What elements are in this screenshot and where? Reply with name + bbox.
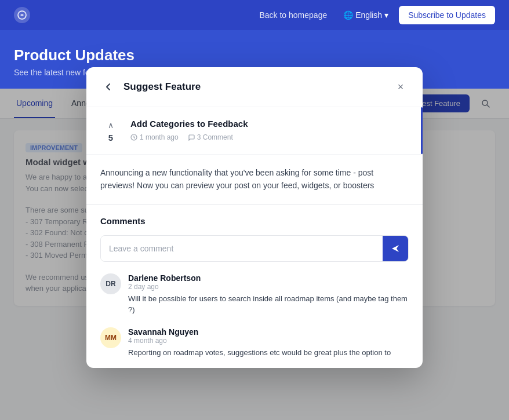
language-label: English [355, 10, 382, 20]
comment-send-button[interactable] [383, 236, 408, 261]
feature-description: Announcing a new functionality that you'… [86, 155, 423, 204]
feature-item: ∧ 5 Add Categories to Feedback 1 month a… [86, 107, 423, 155]
globe-icon: 🌐 [343, 10, 353, 20]
comments-section: Comments DR Darlene Robertson 2 da [86, 204, 423, 368]
feature-time: 1 month ago [130, 133, 179, 141]
comment-item: MM Savannah Nguyen 4 month ago Reporting… [100, 327, 409, 359]
feature-comment-label: 3 Comment [197, 133, 233, 141]
comment-author: Darlene Robertson [128, 273, 409, 283]
comment-item: DR Darlene Robertson 2 day ago Will it b… [100, 273, 409, 316]
feature-title: Add Categories to Feedback [130, 119, 409, 129]
avatar: MM [100, 327, 121, 348]
active-indicator [421, 107, 423, 154]
logo-icon[interactable] [14, 7, 30, 23]
vote-up-button[interactable]: ∧ [101, 119, 120, 132]
subscribe-button[interactable]: Subscribe to Updates [399, 6, 495, 24]
hero-title: Product Updates [14, 46, 495, 64]
comment-time: 2 day ago [128, 283, 409, 291]
feature-time-label: 1 month ago [140, 133, 179, 141]
modal-title: Suggest Feature [123, 81, 201, 93]
vote-box: ∧ 5 [100, 119, 121, 143]
comments-title: Comments [100, 216, 409, 226]
language-selector[interactable]: 🌐 English ▾ [337, 7, 394, 23]
comment-input-wrapper [100, 235, 409, 262]
comment-time: 4 month ago [128, 337, 409, 345]
chevron-down-icon: ▾ [384, 10, 388, 20]
comment-input[interactable] [101, 237, 383, 260]
modal-close-button[interactable]: × [392, 79, 409, 95]
modal-body: ∧ 5 Add Categories to Feedback 1 month a… [86, 107, 423, 368]
header-right: Back to homepage 🌐 English ▾ Subscribe t… [253, 6, 495, 24]
main-content: Upcoming Announcements gest Feature IMPR… [0, 89, 509, 420]
comment-author: Savannah Nguyen [128, 327, 409, 337]
comment-text: Will it be possible for users to search … [128, 293, 409, 316]
modal-header: Suggest Feature × [86, 67, 423, 107]
vote-count: 5 [108, 133, 113, 143]
comment-text: Reporting on roadmap votes, suggestions … [128, 347, 409, 359]
feature-meta: 1 month ago 3 Comment [130, 133, 409, 141]
feature-comments: 3 Comment [188, 133, 233, 141]
feature-content: Add Categories to Feedback 1 month ago 3… [130, 119, 409, 143]
comment-content: Savannah Nguyen 4 month ago Reporting on… [128, 327, 409, 359]
modal-back-button[interactable] [100, 79, 117, 95]
comment-content: Darlene Robertson 2 day ago Will it be p… [128, 273, 409, 316]
back-to-homepage-link[interactable]: Back to homepage [253, 7, 333, 23]
header-left [14, 7, 30, 23]
suggest-feature-modal: Suggest Feature × ∧ 5 Add Categories to … [86, 67, 423, 368]
header: Back to homepage 🌐 English ▾ Subscribe t… [0, 0, 509, 30]
modal-header-left: Suggest Feature [100, 79, 201, 95]
avatar: DR [100, 273, 121, 294]
